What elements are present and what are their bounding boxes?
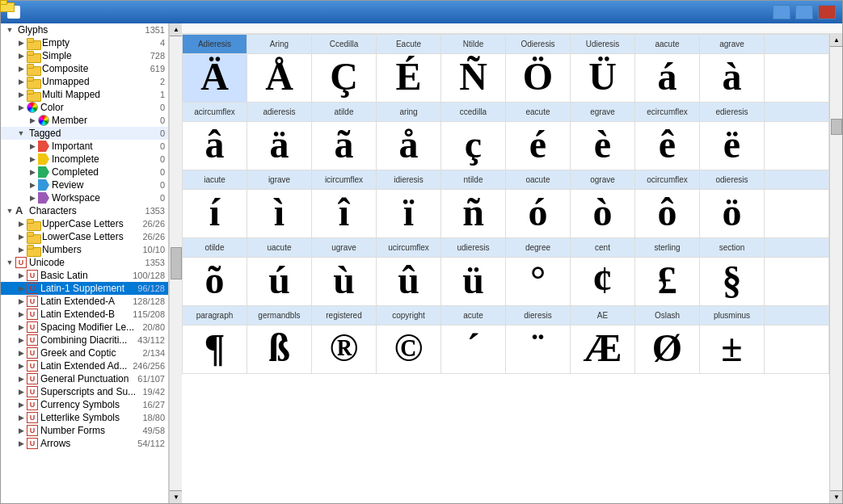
expand-icon[interactable]: ▶ [15,297,27,305]
glyph-cell[interactable]: ¨ [506,326,571,374]
tree-item-greekcoptic[interactable]: ▶UGreek and Coptic2/134 [1,346,168,359]
glyph-cell[interactable]: ë [700,122,765,170]
glyph-cell[interactable]: Ä [183,54,247,103]
glyph-cell[interactable]: õ [183,258,247,306]
glyph-cell[interactable]: ´ [441,326,506,374]
glyph-cell[interactable]: É [377,54,441,103]
expand-icon[interactable]: ▶ [27,142,38,150]
tree-item-latin1supp[interactable]: ▶ULatin-1 Supplement96/128 [1,282,168,295]
expand-icon[interactable]: ▶ [15,388,27,396]
glyph-cell[interactable]: Å [247,54,312,103]
expand-icon[interactable]: ▶ [15,233,27,241]
glyph-cell[interactable]: Ñ [441,54,506,103]
tree-item-uppercase[interactable]: ▶UpperCase Letters26/26 [1,217,168,230]
tree-item-characters[interactable]: ▼ACharacters1353 [1,204,168,217]
maximize-button[interactable] [795,5,813,19]
glyph-cell[interactable]: ú [247,258,312,306]
tree-item-member[interactable]: ▶Member0 [1,114,168,127]
right-scroll-thumb[interactable] [831,119,842,135]
expand-icon[interactable]: ▶ [27,168,38,176]
glyph-cell[interactable]: ° [506,258,571,306]
expand-icon[interactable]: ▶ [15,323,27,331]
glyph-cell[interactable]: ü [441,258,506,306]
expand-icon[interactable]: ▶ [15,336,27,344]
expand-icon[interactable]: ▶ [15,284,27,292]
expand-icon[interactable]: ▶ [15,103,27,111]
glyph-cell[interactable]: ñ [441,190,506,238]
glyph-cell[interactable]: í [183,190,247,238]
glyph-cell[interactable]: ä [247,122,312,170]
glyph-cell[interactable]: î [312,190,377,238]
tree-item-basiclatin[interactable]: ▶UBasic Latin100/128 [1,269,168,282]
tree-item-empty[interactable]: ▶Empty4 [1,36,168,49]
glyph-cell[interactable]: à [700,54,765,103]
expand-icon[interactable]: ▶ [15,39,27,47]
glyph-cell[interactable]: ç [441,122,506,170]
tree-item-review[interactable]: ▶Review0 [1,178,168,191]
glyph-cell[interactable]: ò [571,190,635,238]
tree-item-numbers[interactable]: ▶Numbers10/10 [1,243,168,256]
tree-item-glyphs[interactable]: ▼Glyphs1351 [1,23,168,36]
close-button[interactable] [818,5,836,19]
expand-icon[interactable]: ▶ [15,375,27,383]
expand-icon[interactable]: ▼ [4,258,15,267]
tree-item-multimapped[interactable]: ▶Multi Mapped1 [1,88,168,101]
tree-item-currencysym[interactable]: ▶UCurrency Symbols16/27 [1,398,168,411]
left-scrollbar[interactable]: ▲ ▼ [169,23,182,503]
scroll-down-button[interactable]: ▼ [170,490,183,503]
expand-icon[interactable]: ▶ [15,439,27,447]
minimize-button[interactable] [773,5,790,19]
right-scrollbar[interactable]: ▲ ▼ [829,34,842,503]
expand-icon[interactable]: ▶ [15,65,27,73]
right-scroll-up[interactable]: ▲ [830,34,842,47]
tree-item-composite[interactable]: ▶Composite619 [1,62,168,75]
glyph-cell[interactable]: û [377,258,441,306]
expand-icon[interactable]: ▶ [15,362,27,370]
glyph-cell[interactable]: ã [312,122,377,170]
expand-icon[interactable]: ▶ [15,52,27,60]
tree-item-tagged[interactable]: ▼Tagged0 [1,127,168,140]
glyph-cell[interactable]: ó [506,190,571,238]
glyph-cell[interactable]: Ü [571,54,635,103]
tree-item-completed[interactable]: ▶Completed0 [1,166,168,178]
expand-icon[interactable]: ▶ [15,90,27,99]
tree-item-workspace[interactable]: ▶Workspace0 [1,191,168,204]
glyph-cell[interactable]: ù [312,258,377,306]
expand-icon[interactable]: ▶ [27,194,38,202]
right-scroll-down[interactable]: ▼ [830,490,842,503]
expand-icon[interactable]: ▶ [15,310,27,318]
glyph-cell[interactable]: ß [247,326,312,374]
tree-item-simple[interactable]: ▶Simple728 [1,49,168,62]
glyph-grid-container[interactable]: AdieresisAringCcedillaEacuteNtildeOdiere… [182,34,829,503]
glyph-cell[interactable]: ì [247,190,312,238]
expand-icon[interactable]: ▶ [15,401,27,409]
expand-icon[interactable]: ▶ [27,116,38,124]
expand-icon[interactable]: ▶ [15,78,27,86]
glyph-cell[interactable]: é [506,122,571,170]
tree-item-latinexta[interactable]: ▶ULatin Extended-A128/128 [1,295,168,308]
glyph-cell[interactable]: ® [312,326,377,374]
tree-item-important[interactable]: ▶Important0 [1,140,168,153]
tree-item-numberforms[interactable]: ▶UNumber Forms49/58 [1,424,168,437]
tree-item-latinextadd[interactable]: ▶ULatin Extended Ad...246/256 [1,359,168,372]
expand-icon[interactable]: ▶ [15,426,27,435]
tree-item-superscripts[interactable]: ▶USuperscripts and Su...19/42 [1,385,168,398]
tree-item-latinextb[interactable]: ▶ULatin Extended-B115/208 [1,308,168,321]
glyph-cell[interactable]: Ö [506,54,571,103]
expand-icon[interactable]: ▶ [15,349,27,357]
glyph-cell[interactable]: ± [700,326,765,374]
tree-item-letterlike[interactable]: ▶ULetterlike Symbols18/80 [1,411,168,424]
tree-item-incomplete[interactable]: ▶Incomplete0 [1,153,168,166]
glyph-cell[interactable]: £ [635,258,700,306]
expand-icon[interactable]: ▶ [15,414,27,422]
glyph-cell[interactable]: ¶ [183,326,247,374]
tree-item-unicode[interactable]: ▼UUnicode1353 [1,256,168,269]
tree-item-combiningdia[interactable]: ▶UCombining Diacriti...43/112 [1,334,168,346]
glyph-cell[interactable]: Ç [312,54,377,103]
tree-item-arrows[interactable]: ▶UArrows54/112 [1,437,168,450]
tree-item-unmapped[interactable]: ▶Unmapped2 [1,75,168,88]
tree-item-genpunct[interactable]: ▶UGeneral Punctuation61/107 [1,372,168,385]
glyph-cell[interactable]: ô [635,190,700,238]
expand-icon[interactable]: ▼ [4,26,15,34]
glyph-cell[interactable]: ê [635,122,700,170]
